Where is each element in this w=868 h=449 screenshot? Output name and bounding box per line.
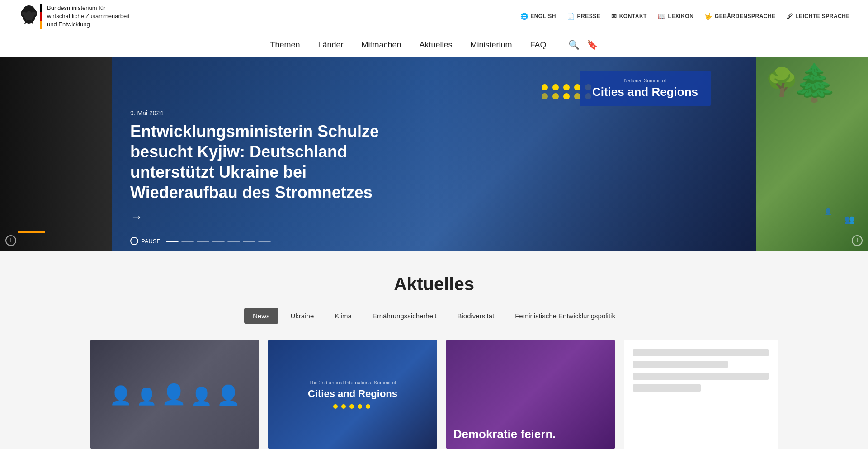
hero-controls: ⏸ PAUSE: [130, 237, 271, 245]
card-image-3: Demokratie feiern.: [446, 340, 615, 449]
leichte-sprache-link[interactable]: 🖊 LEICHTE SPRACHE: [787, 13, 850, 20]
right-sidebar: [624, 340, 778, 449]
dot-7[interactable]: [258, 241, 271, 242]
sidebar-placeholder-3: [633, 373, 769, 380]
pause-icon: ⏸: [130, 237, 138, 245]
easy-language-icon: 🖊: [787, 13, 793, 20]
info-icon-left[interactable]: i: [5, 235, 16, 246]
hero-text-overlay: 9. Mai 2024 Entwicklungsministerin Schul…: [130, 109, 410, 224]
top-bar: Bundesministerium für wirtschaftliche Zu…: [0, 0, 868, 33]
nav-ministerium[interactable]: Ministerium: [471, 40, 512, 50]
dot-1[interactable]: [166, 241, 179, 242]
bookmark-icon[interactable]: 🔖: [587, 39, 598, 50]
tab-ukraine[interactable]: Ukraine: [282, 308, 323, 324]
book-icon: 📖: [658, 13, 666, 20]
dot-6[interactable]: [243, 241, 255, 242]
slider-dots: [166, 241, 271, 242]
hero-title: Entwicklungsministerin Schulze besucht K…: [130, 121, 410, 203]
news-card-2[interactable]: The 2nd annual International Summit of C…: [268, 340, 437, 449]
top-bar-links: 🌐 ENGLISH 📄 PRESSE ✉ KONTAKT 📖 LEXIKON 🤟…: [520, 13, 850, 20]
dot-4[interactable]: [212, 241, 225, 242]
card-image-1: 👤 👤 👤 👤 👤: [90, 340, 259, 449]
tab-ernaehrungssicherheit[interactable]: Ernährungssicherheit: [364, 308, 445, 324]
logo-area: Bundesministerium für wirtschaftliche Zu…: [18, 4, 130, 29]
nav-utility-icons: 🔍 🔖: [568, 39, 598, 50]
news-content-area: 👤 👤 👤 👤 👤 The 2nd annual International S…: [90, 340, 778, 449]
ministry-name: Bundesministerium für wirtschaftliche Zu…: [47, 4, 130, 29]
globe-icon: 🌐: [520, 13, 528, 20]
nav-faq[interactable]: FAQ: [530, 40, 547, 50]
kontakt-link[interactable]: ✉ KONTAKT: [611, 13, 647, 20]
news-card-3[interactable]: Demokratie feiern.: [446, 340, 615, 449]
hero-date: 9. Mai 2024: [130, 109, 410, 117]
yellow-accent-stripe: [18, 231, 45, 233]
dot-5[interactable]: [227, 241, 240, 242]
cards-row: 👤 👤 👤 👤 👤 The 2nd annual International S…: [90, 340, 615, 449]
card-image-2: The 2nd annual International Summit of C…: [268, 340, 437, 449]
sidebar-placeholder-1: [633, 349, 769, 356]
sign-language-icon: 🤟: [704, 13, 712, 20]
nav-aktuelles[interactable]: Aktuelles: [420, 40, 453, 50]
filter-tabs: News Ukraine Klima Ernährungssicherheit …: [90, 308, 778, 324]
hero-read-more-arrow[interactable]: →: [130, 210, 410, 224]
hero-main-slide: National Summit of Cities and Regions 9.…: [112, 57, 756, 251]
aktuelles-section: Aktuelles News Ukraine Klima Ernährungss…: [0, 251, 868, 449]
tab-biodiversitaet[interactable]: Biodiversität: [449, 308, 503, 324]
bmz-eagle-logo: [18, 4, 40, 29]
lexikon-link[interactable]: 📖 LEXIKON: [658, 13, 693, 20]
press-icon: 📄: [567, 13, 575, 20]
news-cards: 👤 👤 👤 👤 👤 The 2nd annual International S…: [90, 340, 615, 449]
news-card-1[interactable]: 👤 👤 👤 👤 👤: [90, 340, 259, 449]
logo-color-bar: [40, 4, 42, 29]
summit-banner: National Summit of Cities and Regions: [580, 71, 711, 106]
dot-3[interactable]: [197, 241, 209, 242]
nav-laender[interactable]: Länder: [318, 40, 343, 50]
hero-right-panel: 🌳 🌲 👥 👤 i: [756, 57, 868, 251]
pause-button[interactable]: ⏸ PAUSE: [130, 237, 160, 245]
tab-klima[interactable]: Klima: [326, 308, 360, 324]
nav-themen[interactable]: Themen: [270, 40, 300, 50]
gebaerdensprache-link[interactable]: 🤟 GEBÄRDENSPRACHE: [704, 13, 775, 20]
dot-2[interactable]: [181, 241, 194, 242]
search-icon[interactable]: 🔍: [568, 39, 580, 50]
tab-news[interactable]: News: [244, 308, 278, 324]
hero-left-panel: i: [0, 57, 112, 251]
nav-mitmachen[interactable]: Mitmachen: [362, 40, 401, 50]
mail-icon: ✉: [611, 13, 617, 20]
sidebar-placeholder-4: [633, 384, 701, 392]
info-icon-right[interactable]: i: [852, 235, 863, 246]
english-link[interactable]: 🌐 ENGLISH: [520, 13, 556, 20]
hero-slider: i National Summit of Cities and Regions: [0, 57, 868, 251]
aktuelles-title: Aktuelles: [90, 274, 778, 294]
tab-feministische[interactable]: Feministische Entwicklungspolitik: [506, 308, 624, 324]
main-navigation: Themen Länder Mitmachen Aktuelles Minist…: [0, 33, 868, 57]
sidebar-placeholder-2: [633, 361, 728, 368]
presse-link[interactable]: 📄 PRESSE: [567, 13, 600, 20]
